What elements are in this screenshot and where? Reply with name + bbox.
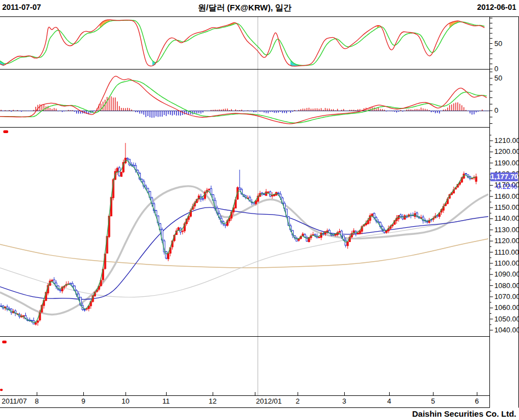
- indicator-axis-label: 0: [494, 65, 498, 73]
- price-axis-label: 1120.00: [494, 237, 519, 245]
- price-axis-label: 1050.00: [494, 315, 519, 323]
- price-axis-label: 1200.00: [494, 148, 519, 156]
- price-axis-label: 1140.00: [494, 215, 519, 222]
- panel-marker-dash: [2, 341, 7, 343]
- x-axis-label: 12: [202, 398, 224, 405]
- x-axis-label: 3: [333, 398, 355, 405]
- indicator-axis-label: 0: [494, 107, 498, 114]
- x-axis-label: 10: [115, 398, 136, 405]
- x-axis-label: 2011/07: [2, 398, 27, 405]
- x-axis-label: 4: [378, 398, 400, 405]
- price-axis-label: 1130.00: [494, 226, 519, 234]
- price-axis-label: 1190.00: [494, 159, 519, 167]
- price-axis-label: 1080.00: [494, 282, 519, 290]
- company-name: Daishin Securities Co. Ltd.: [412, 409, 516, 418]
- price-axis-label: 1150.00: [494, 204, 519, 211]
- change-percent: -0.22%: [491, 182, 517, 191]
- panel-marker-dash: [0, 389, 3, 391]
- x-axis-label: 9: [72, 398, 94, 405]
- x-axis-label: 5: [422, 398, 444, 405]
- chart-window: 2011-07-07 원/달러 (FX@KRW), 일간 2012-06-01 …: [0, 0, 519, 420]
- price-axis-label: 1070.00: [494, 293, 519, 301]
- chart-canvas[interactable]: [0, 0, 519, 420]
- x-axis-label: 11: [155, 398, 177, 405]
- price-axis-label: 1040.00: [494, 326, 519, 334]
- price-axis-label: 1210.00: [494, 137, 519, 145]
- price-axis-label: 1060.00: [494, 304, 519, 312]
- x-axis-label: 2: [287, 398, 309, 405]
- indicator-axis-label: 50: [494, 74, 502, 82]
- price-axis-label: 1090.00: [494, 271, 519, 278]
- x-axis-label: 8: [26, 398, 48, 405]
- x-axis-label: 2012/01: [256, 398, 282, 405]
- price-axis-label: 1160.00: [494, 193, 519, 200]
- indicator-axis-label: 50: [494, 40, 502, 48]
- x-axis-label: 6: [466, 398, 488, 405]
- price-axis-label: 1100.00: [494, 260, 519, 267]
- price-axis-label: 1110.00: [494, 249, 519, 256]
- panel-marker-dash: [3, 130, 8, 133]
- current-price-badge: 1,177.70: [491, 172, 518, 181]
